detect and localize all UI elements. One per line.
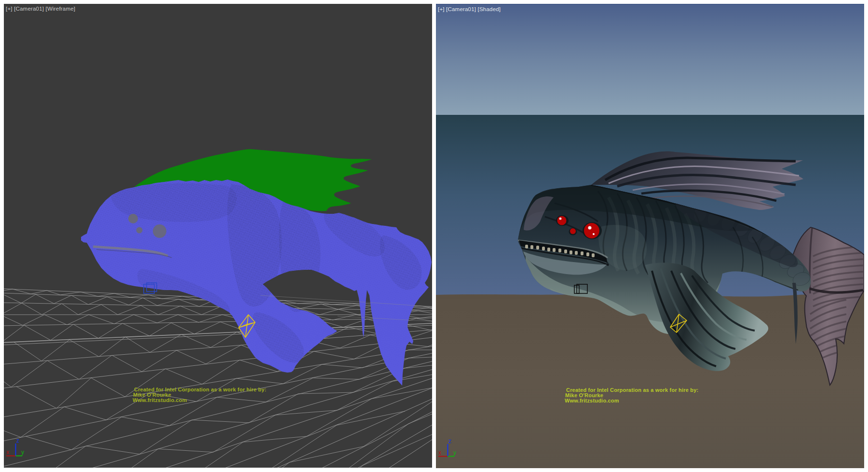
- svg-text:z: z: [16, 437, 19, 444]
- svg-text:x: x: [438, 449, 441, 456]
- svg-text:[+] [Camera01] [Shaded]: [+] [Camera01] [Shaded]: [438, 6, 501, 12]
- svg-text:y: y: [21, 449, 24, 456]
- svg-text:y: y: [453, 449, 456, 456]
- svg-text:[+] [Camera01] [Wireframe]: [+] [Camera01] [Wireframe]: [6, 6, 75, 12]
- svg-text:Www.fritzstudio.com: Www.fritzstudio.com: [565, 398, 619, 403]
- svg-text:x: x: [6, 449, 9, 456]
- svg-text:z: z: [448, 438, 451, 444]
- svg-text:Www.fritzstudio.com: Www.fritzstudio.com: [133, 397, 187, 403]
